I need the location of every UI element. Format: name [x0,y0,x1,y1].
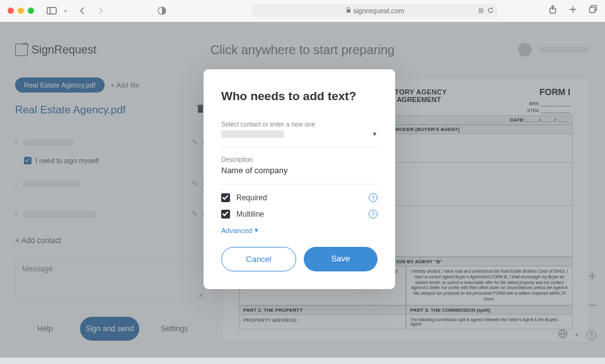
footer-strip [0,358,605,364]
text-field-modal: Who needs to add text? Select contact or… [204,69,395,289]
translate-icon[interactable]: ⊞ [478,7,483,15]
new-tab-icon[interactable] [568,5,577,16]
sidebar-toggle-icon[interactable] [47,7,57,14]
close-window-icon[interactable] [8,8,14,14]
help-icon[interactable]: ? [369,210,377,219]
checkbox-multiline[interactable] [221,210,230,219]
contact-field-label: Select contact or enter a new one [221,121,377,128]
browser-chrome: ▾ signrequest.com ⊞ [0,0,605,22]
address-bar[interactable]: signrequest.com ⊞ [252,4,498,18]
share-icon[interactable] [548,5,557,16]
chevron-down-icon: ▼ [372,131,377,137]
save-button[interactable]: Save [304,247,377,271]
back-icon[interactable] [79,7,85,14]
multiline-label: Multiline [236,210,264,219]
reload-icon[interactable] [487,7,494,15]
checkbox-required[interactable] [221,193,230,202]
tabs-icon[interactable] [589,5,597,16]
forward-icon[interactable] [98,7,103,14]
chevron-down-icon: ▾ [255,226,258,234]
chevron-down-icon[interactable]: ▾ [64,8,67,14]
contact-select[interactable]: ▼ [221,130,377,138]
help-icon[interactable]: ? [369,193,377,202]
window-controls [8,8,34,14]
minimize-window-icon[interactable] [18,8,24,14]
shield-icon[interactable] [158,6,166,15]
cancel-button[interactable]: Cancel [221,247,296,271]
required-label: Required [236,193,267,202]
description-input[interactable]: Name of company [221,166,377,175]
svg-rect-3 [347,9,350,13]
description-label: Description [221,156,377,163]
modal-title: Who needs to add text? [221,89,377,103]
svg-rect-7 [590,8,596,13]
url-text: signrequest.com [354,7,405,14]
advanced-toggle[interactable]: Advanced ▾ [221,226,377,234]
lock-icon [346,7,351,14]
svg-rect-0 [47,8,57,14]
maximize-window-icon[interactable] [28,8,34,14]
